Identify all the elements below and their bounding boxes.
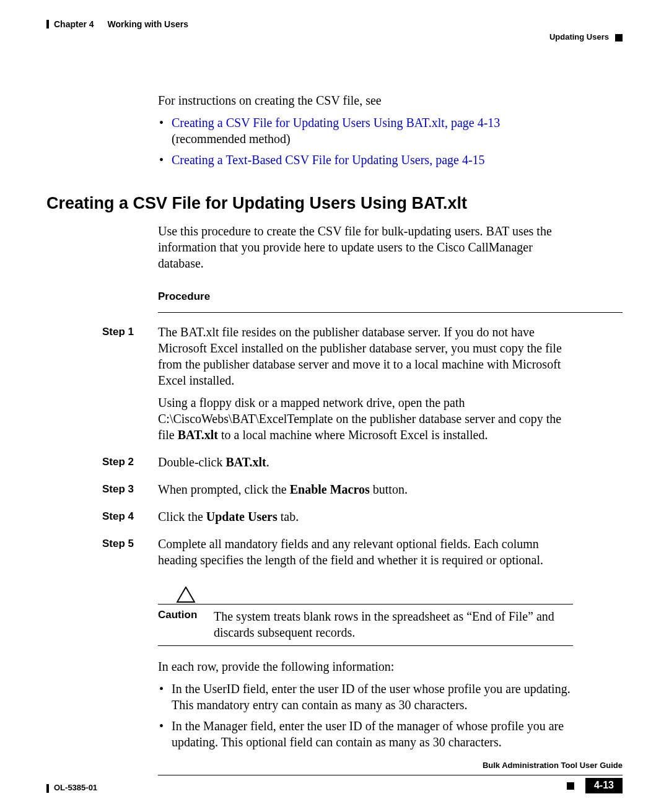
procedure-heading: Procedure	[158, 290, 573, 303]
step-label: Step 5	[102, 536, 158, 551]
step-label: Step 1	[102, 324, 158, 339]
page-number-badge: 4-13	[585, 778, 623, 793]
link-csv-bat[interactable]: Creating a CSV File for Updating Users U…	[172, 116, 500, 129]
page-footer: Bulk Administration Tool User Guide OL-5…	[46, 761, 623, 793]
step-row: Step 3 When prompted, click the Enable M…	[102, 481, 623, 504]
section-heading: Creating a CSV File for Updating Users U…	[46, 193, 623, 214]
step-text: Using a floppy disk or a mapped network …	[158, 395, 573, 443]
footer-guide: Bulk Administration Tool User Guide	[46, 761, 623, 771]
header-square-icon	[615, 34, 623, 41]
divider	[158, 312, 623, 313]
step-label: Step 3	[102, 481, 158, 496]
link-csv-text[interactable]: Creating a Text-Based CSV File for Updat…	[172, 153, 485, 167]
step-text: Double-click BAT.xlt.	[158, 454, 573, 470]
caution-text: The system treats blank rows in the spre…	[214, 608, 573, 640]
row-bullets: In the UserID field, enter the user ID o…	[158, 681, 573, 750]
step-label: Step 4	[102, 509, 158, 523]
step-text: Click the Update Users tab.	[158, 509, 573, 525]
header-bar-icon	[46, 20, 49, 28]
step-label: Step 2	[102, 454, 158, 469]
step-row: Step 4 Click the Update Users tab.	[102, 509, 623, 531]
section-body: Use this procedure to create the CSV fil…	[158, 223, 573, 271]
header-title: Working with Users	[108, 19, 188, 30]
caution-label: Caution	[158, 608, 214, 622]
page-header: Chapter 4 Working with Users Updating Us…	[46, 19, 623, 43]
after-caution-text: In each row, provide the following infor…	[158, 658, 573, 674]
step-row: Step 5 Complete all mandatory fields and…	[102, 536, 623, 574]
list-item: In the UserID field, enter the user ID o…	[172, 681, 573, 713]
intro-lead: For instructions on creating the CSV fil…	[158, 92, 573, 108]
step-row: Step 2 Double-click BAT.xlt.	[102, 454, 623, 476]
intro-bullets: Creating a CSV File for Updating Users U…	[158, 115, 573, 168]
header-section: Updating Users	[549, 32, 609, 43]
step-text: Complete all mandatory fields and any re…	[158, 536, 573, 568]
list-item: Creating a CSV File for Updating Users U…	[172, 115, 573, 147]
header-chapter: Chapter 4	[54, 19, 94, 30]
footer-square-icon	[567, 782, 574, 790]
step-text: The BAT.xlt file resides on the publishe…	[158, 324, 573, 388]
bullet-tail: (recommended method)	[172, 132, 291, 146]
list-item: In the Manager field, enter the user ID …	[172, 718, 573, 750]
footer-doc-id: OL-5385-01	[54, 783, 97, 793]
step-text: When prompted, click the Enable Macros b…	[158, 481, 573, 497]
caution-icon	[177, 587, 195, 603]
list-item: Creating a Text-Based CSV File for Updat…	[172, 152, 573, 168]
footer-bar-icon	[46, 784, 49, 793]
svg-marker-0	[177, 587, 195, 602]
step-row: Step 1 The BAT.xlt file resides on the p…	[102, 324, 623, 449]
caution-block: Caution The system treats blank rows in …	[158, 587, 573, 646]
